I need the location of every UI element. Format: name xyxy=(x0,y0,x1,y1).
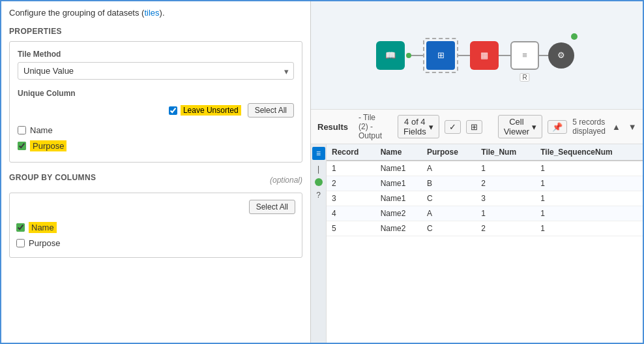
leave-unsorted-checkbox[interactable] xyxy=(169,106,177,115)
chart-icon: ≡ xyxy=(522,50,527,60)
properties-box: Tile Method Unique Value Equal Records E… xyxy=(9,41,302,163)
group-by-select-all-button[interactable]: Select All xyxy=(249,200,295,214)
cell-record: 2 xyxy=(327,176,375,191)
left-panel: Configure the grouping of datasets (tile… xyxy=(1,1,311,343)
table-row: 2 Name1 B 2 1 xyxy=(327,176,643,191)
book-output-dot xyxy=(406,53,411,58)
nav-down-icon: ▼ xyxy=(628,122,637,132)
cell-name: Name1 xyxy=(375,161,422,176)
gear-icon: ⚙ xyxy=(557,50,565,60)
table-header-row: Record Name Purpose Tile_Num Tile_Sequen… xyxy=(327,144,643,161)
leave-unsorted-row: Leave Unsorted xyxy=(169,105,241,116)
unique-col-purpose-checkbox[interactable] xyxy=(18,142,26,150)
unique-col-name-checkbox[interactable] xyxy=(18,126,26,134)
nav-up-icon: ▲ xyxy=(612,122,621,132)
group-by-optional: (optional) xyxy=(270,176,302,185)
chart-node[interactable]: ≡ xyxy=(510,41,539,70)
right-panel: 📖 ⊞ ▦ xyxy=(311,1,643,343)
tile-method-select[interactable]: Unique Value Equal Records Equal Sum Equ… xyxy=(18,62,294,80)
connector-3 xyxy=(499,55,510,56)
cell-viewer-chevron-icon: ▾ xyxy=(532,122,536,132)
results-subtitle: - Tile (2) - Output xyxy=(359,113,382,140)
grid-node-wrap: ⊞ xyxy=(423,38,458,73)
unique-column-section: Unique Column Leave Unsorted Select All … xyxy=(18,89,294,154)
workflow-area: 📖 ⊞ ▦ xyxy=(311,1,643,109)
unique-col-name-row: Name xyxy=(18,123,294,138)
connector-2 xyxy=(458,55,470,56)
gear-output-dot xyxy=(571,33,578,40)
tile-method-select-wrap: Unique Value Equal Records Equal Sum Equ… xyxy=(18,62,294,80)
data-table-wrap: Record Name Purpose Tile_Num Tile_Sequen… xyxy=(327,144,643,343)
cell-tile-num: 3 xyxy=(476,191,535,206)
cell-purpose: A xyxy=(422,206,476,221)
table-node-wrap: ▦ xyxy=(470,41,499,70)
side-icon-help[interactable]: ? xyxy=(312,189,325,202)
unique-col-purpose-label: Purpose xyxy=(30,140,66,151)
results-side: ≡ | ? Record Name Purpose Tile_Num Tile_… xyxy=(311,144,643,343)
cell-tile-num: 2 xyxy=(476,221,535,236)
side-icon-list[interactable]: ≡ xyxy=(312,147,325,160)
group-by-purpose-checkbox[interactable] xyxy=(16,239,25,247)
group-by-purpose-row: Purpose xyxy=(16,236,295,251)
results-panel: Results - Tile (2) - Output 4 of 4 Field… xyxy=(311,109,643,343)
grid-view-button[interactable]: ⊞ xyxy=(466,120,482,134)
group-by-name-checkbox[interactable] xyxy=(16,223,25,232)
check-icon-button[interactable]: ✓ xyxy=(445,120,461,134)
table-row: 3 Name1 C 3 1 xyxy=(327,191,643,206)
cell-tile-num: 1 xyxy=(476,161,535,176)
pin-button[interactable]: 📌 xyxy=(548,120,567,134)
fields-chevron-icon: ▾ xyxy=(429,122,433,132)
nav-up-button[interactable]: ▲ xyxy=(611,120,622,133)
tiles-link[interactable]: tiles xyxy=(144,8,159,18)
cell-tile-seq: 1 xyxy=(535,221,643,236)
grid-node[interactable]: ⊞ xyxy=(426,41,455,70)
results-toolbar: Results - Tile (2) - Output 4 of 4 Field… xyxy=(311,110,643,144)
cell-record: 3 xyxy=(327,191,375,206)
table-row: 4 Name2 A 1 1 xyxy=(327,206,643,221)
anchor-label: R xyxy=(520,73,529,82)
group-select-all-row: Select All xyxy=(16,200,295,214)
tile-method-label: Tile Method xyxy=(18,50,294,59)
cell-tile-seq: 1 xyxy=(535,206,643,221)
workflow-nodes: 📖 ⊞ ▦ xyxy=(376,38,578,73)
cell-name: Name2 xyxy=(375,221,422,236)
side-status-dot xyxy=(315,178,323,186)
leave-unsorted-label: Leave Unsorted xyxy=(181,105,241,116)
gear-node[interactable]: ⚙ xyxy=(548,42,574,69)
col-header-tile-seq: Tile_SequenceNum xyxy=(535,144,643,161)
cell-tile-num: 2 xyxy=(476,176,535,191)
properties-label: Properties xyxy=(9,27,302,36)
unique-col-purpose-row: Purpose xyxy=(18,138,294,154)
cell-tile-num: 1 xyxy=(476,206,535,221)
cell-viewer-button[interactable]: Cell Viewer ▾ xyxy=(498,115,543,138)
cell-record: 1 xyxy=(327,161,375,176)
group-by-box: Select All Name Purpose xyxy=(9,193,302,258)
fields-count-label: 4 of 4 Fields xyxy=(403,117,426,136)
table-node[interactable]: ▦ xyxy=(470,41,499,70)
cell-tile-seq: 1 xyxy=(535,191,643,206)
fields-count-button[interactable]: 4 of 4 Fields ▾ xyxy=(398,115,439,138)
cell-name: Name1 xyxy=(375,176,422,191)
book-node-wrap: 📖 xyxy=(376,41,411,70)
pin-icon: 📌 xyxy=(552,122,563,132)
side-icon-columns[interactable]: | xyxy=(312,163,325,176)
connector-1 xyxy=(411,55,423,56)
nav-down-button[interactable]: ▼ xyxy=(627,120,638,133)
cell-name: Name1 xyxy=(375,191,422,206)
table-row: 5 Name2 C 2 1 xyxy=(327,221,643,236)
cell-purpose: C xyxy=(422,191,476,206)
unique-column-label: Unique Column xyxy=(18,89,294,98)
book-node[interactable]: 📖 xyxy=(376,41,405,70)
cell-purpose: C xyxy=(422,221,476,236)
results-title: Results xyxy=(317,122,348,132)
book-icon: 📖 xyxy=(385,50,396,60)
side-icons: ≡ | ? xyxy=(311,144,327,343)
cell-purpose: A xyxy=(422,161,476,176)
group-by-header: Group by Columns (optional) xyxy=(9,173,302,187)
group-by-name-row: Name xyxy=(16,219,295,236)
table-row: 1 Name1 A 1 1 xyxy=(327,161,643,176)
chart-node-wrap: ≡ R xyxy=(510,41,539,70)
cell-name: Name2 xyxy=(375,206,422,221)
unique-column-select-all-button[interactable]: Select All xyxy=(248,103,294,117)
group-by-label: Group by Columns xyxy=(9,173,96,182)
